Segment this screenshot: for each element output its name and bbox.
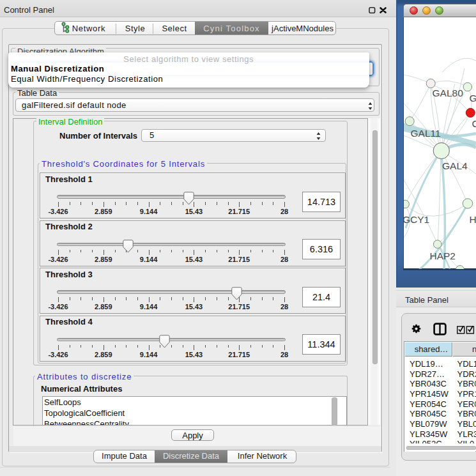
svg-text:G.: G. xyxy=(470,93,476,104)
svg-text:HAP2: HAP2 xyxy=(430,250,456,261)
svg-text:GCY1: GCY1 xyxy=(404,214,429,225)
svg-text:H: H xyxy=(470,214,476,225)
svg-text:GAL11: GAL11 xyxy=(411,128,441,139)
svg-text:GAL4: GAL4 xyxy=(442,160,468,171)
svg-text:GAL80: GAL80 xyxy=(433,88,464,98)
svg-text:C: C xyxy=(472,118,476,129)
